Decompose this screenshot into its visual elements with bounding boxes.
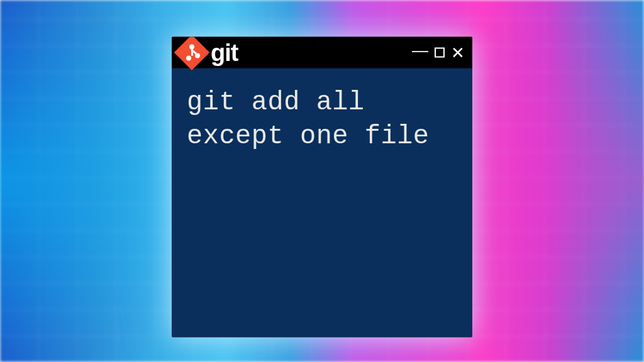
terminal-window: git — ✕ git add all except one file [172, 37, 472, 337]
window-title: git [211, 39, 238, 66]
maximize-icon[interactable] [435, 48, 445, 58]
window-controls: — ✕ [412, 45, 465, 61]
window-titlebar[interactable]: git — ✕ [172, 37, 472, 69]
titlebar-left: git [179, 39, 238, 66]
minimize-icon[interactable]: — [412, 42, 428, 58]
close-icon[interactable]: ✕ [451, 45, 465, 61]
terminal-content: git add all except one file [187, 86, 457, 154]
terminal-body[interactable]: git add all except one file [172, 69, 472, 337]
git-logo-icon [174, 37, 210, 70]
